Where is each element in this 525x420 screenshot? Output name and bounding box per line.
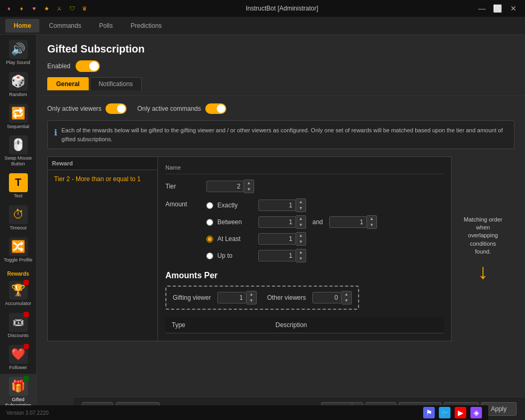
arrow-section: Matching order when overlapping conditio… — [452, 156, 514, 341]
sidebar-item-accumulator[interactable]: 🏆 Accumulator — [0, 278, 36, 310]
at-least-row: At Least ▲▼ — [206, 232, 377, 246]
at-least-input[interactable] — [258, 233, 296, 245]
up-to-up[interactable]: ▲ — [296, 249, 306, 256]
exactly-down[interactable]: ▼ — [296, 205, 306, 212]
gifting-viewer-input[interactable] — [217, 292, 247, 303]
up-to-down[interactable]: ▼ — [296, 256, 306, 262]
sidebar: 🔊 Play Sound 🎲 Random 🔁 Sequential — [0, 35, 37, 420]
amounts-per-section: Amounts Per Gifting viewer ▲▼ Other view… — [165, 271, 444, 333]
other-viewers-input[interactable] — [312, 292, 342, 303]
twitter-icon[interactable]: 🐦 — [439, 407, 450, 418]
tier-down[interactable]: ▼ — [244, 186, 254, 193]
reward-list: Tier 2 - More than or equal to 1 — [47, 170, 158, 341]
nav-home[interactable]: Home — [5, 19, 39, 33]
between-down2[interactable]: ▼ — [367, 222, 376, 228]
up-to-radio[interactable] — [206, 253, 213, 259]
between-down1[interactable]: ▼ — [296, 222, 306, 228]
between-label: Between — [217, 218, 254, 226]
at-least-label: At Least — [217, 235, 254, 243]
up-to-input[interactable] — [258, 250, 296, 261]
tier-up[interactable]: ▲ — [244, 180, 254, 186]
inner-content: Only active viewers Only active commands — [37, 96, 525, 349]
tab-bar: General Notifications — [47, 77, 514, 90]
other-up[interactable]: ▲ — [342, 291, 351, 298]
only-active-commands-option: Only active commands — [137, 103, 226, 114]
matching-order-text: Matching order when overlapping conditio… — [462, 216, 504, 256]
sidebar-item-toggle-profile[interactable]: 🔀 Toggle Profile — [0, 234, 36, 266]
exactly-up[interactable]: ▲ — [296, 199, 306, 205]
amount-row: Amount Exactly ▲▼ — [165, 198, 444, 262]
tab-notifications[interactable]: Notifications — [90, 77, 142, 90]
nav-commands[interactable]: Commands — [40, 19, 89, 33]
at-least-up[interactable]: ▲ — [296, 233, 306, 239]
between-input2[interactable] — [329, 216, 367, 228]
other-viewers-label: Other viewers — [267, 294, 306, 301]
gifting-viewer-label: Gifting viewer — [173, 294, 211, 301]
sidebar-section-rewards: Rewards — [0, 268, 36, 278]
only-active-viewers-option: Only active viewers — [47, 103, 127, 114]
name-col-header: Name — [165, 164, 181, 171]
exactly-input[interactable] — [258, 200, 296, 211]
col-type: Type — [165, 317, 269, 333]
info-box: ℹ Each of the rewards below will be gift… — [47, 120, 514, 149]
amounts-per-row: Gifting viewer ▲▼ Other viewers ▲▼ — [165, 286, 359, 310]
gifting-up[interactable]: ▲ — [247, 291, 256, 298]
maximize-button[interactable]: ⬜ — [490, 3, 505, 14]
discounts-badge — [24, 312, 29, 317]
discord-icon[interactable]: ⚑ — [423, 407, 435, 418]
icon-heart: ♥ — [29, 4, 39, 13]
only-active-viewers-toggle[interactable] — [106, 103, 127, 114]
sidebar-label-toggle-profile: Toggle Profile — [4, 257, 33, 263]
minimize-button[interactable]: — — [475, 3, 489, 14]
and-text: and — [312, 218, 323, 226]
tier-spinners: ▲ ▼ — [244, 180, 254, 193]
follower-badge — [24, 344, 29, 349]
sidebar-item-play-sound[interactable]: 🔊 Play Sound — [0, 37, 36, 69]
icon-sword: ⚔ — [55, 4, 64, 13]
sidebar-label-timeout: Timeout — [9, 225, 26, 231]
up-to-row: Up to ▲▼ — [206, 249, 377, 262]
reward-panel: Reward Tier 2 - More than or equal to 1 … — [47, 156, 514, 341]
icon-star: ★ — [42, 4, 51, 13]
sidebar-label-discounts: Discounts — [8, 333, 29, 339]
nav-predictions[interactable]: Predictions — [122, 19, 170, 33]
between-up1[interactable]: ▲ — [296, 216, 306, 222]
sidebar-item-timeout[interactable]: ⏱ Timeout — [0, 202, 36, 234]
between-radio[interactable] — [206, 219, 213, 226]
sidebar-item-follower[interactable]: ❤️ Follower — [0, 342, 36, 374]
info-icon: ℹ — [54, 127, 57, 139]
nav-polls[interactable]: Polls — [91, 19, 121, 33]
at-least-radio[interactable] — [206, 236, 213, 243]
sidebar-item-random[interactable]: 🎲 Random — [0, 69, 36, 101]
between-up2[interactable]: ▲ — [367, 216, 376, 222]
twitch-icon[interactable]: ◈ — [470, 407, 482, 418]
reward-config: Name Tier ▲ ▼ — [158, 156, 452, 341]
sidebar-item-swap-mouse[interactable]: 🖱️ Swap Mouse Button — [0, 132, 36, 170]
only-active-commands-toggle[interactable] — [205, 103, 226, 114]
reward-item-tier2[interactable]: Tier 2 - More than or equal to 1 — [50, 172, 155, 186]
icon-flame: ♦ — [17, 4, 26, 13]
version-text: Version 3.07.2220 — [6, 410, 49, 416]
gifting-down[interactable]: ▼ — [247, 298, 256, 304]
at-least-spin: ▲▼ — [258, 232, 306, 246]
main-layout: 🔊 Play Sound 🎲 Random 🔁 Sequential — [0, 35, 525, 420]
titlebar-controls: — ⬜ ✕ — [475, 3, 521, 14]
options-row: Only active viewers Only active commands — [47, 103, 514, 114]
between-input1[interactable] — [258, 216, 296, 228]
sidebar-item-discounts[interactable]: 🎟 Discounts — [0, 310, 36, 342]
titlebar-icon-group: ♦ ♦ ♥ ★ ⚔ 🛡 ♛ — [4, 4, 89, 13]
youtube-icon[interactable]: ▶ — [455, 407, 466, 418]
close-button[interactable]: ✕ — [506, 3, 521, 14]
version-bar: Version 3.07.2220 ⚑ 🐦 ▶ ◈ — [0, 405, 488, 420]
tier-input[interactable] — [206, 181, 244, 192]
enabled-toggle[interactable] — [76, 60, 100, 72]
at-least-down[interactable]: ▼ — [296, 239, 306, 245]
only-active-commands-label: Only active commands — [137, 105, 201, 112]
exactly-radio[interactable] — [206, 202, 213, 209]
tab-general[interactable]: General — [47, 77, 89, 90]
up-to-spin: ▲▼ — [258, 249, 306, 262]
other-down[interactable]: ▼ — [342, 298, 351, 304]
sidebar-item-sequential[interactable]: 🔁 Sequential — [0, 101, 36, 133]
sidebar-item-text[interactable]: T Text — [0, 170, 36, 202]
other-viewers-spin: ▲▼ — [312, 291, 352, 304]
